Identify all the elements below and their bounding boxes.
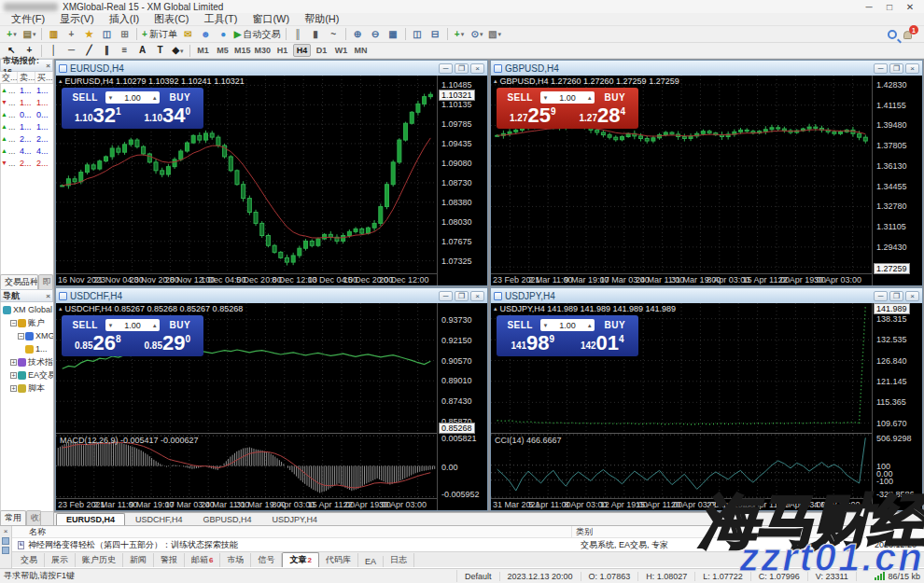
- chart-restore-button[interactable]: ❐: [455, 291, 469, 301]
- buy-price[interactable]: 1.10340: [134, 106, 202, 126]
- notifications-bell-icon[interactable]: 1: [903, 28, 916, 40]
- market-watch-row[interactable]: ▲...0...0...: [1, 108, 53, 120]
- terminal-doc-icon[interactable]: [2, 547, 9, 554]
- navigator-button[interactable]: ★: [81, 27, 97, 41]
- cascade-button[interactable]: ◫: [410, 27, 426, 41]
- volume-input[interactable]: ▼1.00▲: [105, 91, 159, 104]
- timeframe-M1[interactable]: M1: [194, 44, 212, 57]
- article-row[interactable]: 神经网络变得轻松（第四十五部分）：训练状态探索技能 交易系统, EA交易, 专家…: [12, 538, 924, 551]
- terminal-tab-交易[interactable]: 交易: [14, 553, 45, 567]
- terminal-tab-账户历史[interactable]: 账户历史: [76, 553, 123, 567]
- tree-expand-icon[interactable]: −: [10, 320, 17, 326]
- navigator-item[interactable]: −账户: [1, 316, 53, 329]
- chart-close-button[interactable]: ×: [470, 63, 484, 74]
- chart-window-titlebar[interactable]: EURUSD,H4─❐×: [56, 61, 487, 76]
- chart-window-gbpusd[interactable]: GBPUSD,H4─❐×▴GBPUSD,H4 1.27260 1.27260 1…: [490, 60, 923, 286]
- market-watch-close-icon[interactable]: ×: [46, 62, 50, 70]
- chart-tab-eurusd[interactable]: EURUSD,H4: [56, 513, 125, 525]
- sell-price[interactable]: 141989: [499, 334, 567, 354]
- website-button[interactable]: ●: [216, 27, 231, 41]
- auto-trading-button[interactable]: ▶自动交易: [233, 27, 282, 41]
- buy-price[interactable]: 0.85290: [134, 334, 202, 354]
- chart-tab-gbpusd[interactable]: GBPUSD,H4: [193, 513, 262, 525]
- volume-input[interactable]: ▼1.00▲: [540, 91, 594, 104]
- vertical-line-tool[interactable]: │: [46, 44, 62, 58]
- timeframe-D1[interactable]: D1: [313, 44, 330, 57]
- navigator-tab-1[interactable]: 收藏夹: [26, 510, 41, 525]
- volume-increase-icon[interactable]: ▲: [152, 323, 158, 328]
- terminal-tab-邮箱[interactable]: 邮箱6: [185, 553, 220, 567]
- bar-chart-button[interactable]: ║: [290, 27, 306, 41]
- periods-button[interactable]: ⊙▾: [469, 27, 485, 41]
- menu-F[interactable]: 文件(F): [4, 12, 52, 26]
- community-button[interactable]: ☻: [198, 27, 214, 41]
- market-watch-row[interactable]: ▼...2...2...: [1, 157, 53, 169]
- search-icon[interactable]: [888, 30, 897, 39]
- minimize-button[interactable]: ─: [859, 2, 879, 12]
- article-title[interactable]: 神经网络变得轻松（第四十五部分）：训练状态探索技能: [28, 539, 577, 551]
- terminal-tab-EA[interactable]: EA: [358, 556, 384, 567]
- buy-button[interactable]: BUY: [595, 320, 636, 330]
- tree-expand-icon[interactable]: −: [18, 333, 24, 340]
- dropdown-arrow-icon[interactable]: ▾: [33, 31, 36, 37]
- data-window-button[interactable]: +: [63, 27, 79, 41]
- terminal-doc-icon[interactable]: [2, 537, 9, 545]
- zoom-in-button[interactable]: ⊕: [350, 27, 366, 41]
- buy-price[interactable]: 142014: [569, 334, 637, 354]
- sell-button[interactable]: SELL: [499, 92, 540, 103]
- menu-V[interactable]: 显示(V): [52, 12, 102, 26]
- maximize-button[interactable]: □: [879, 2, 900, 12]
- dropdown-arrow-icon[interactable]: ▾: [461, 31, 465, 37]
- terminal-tab-日志[interactable]: 日志: [384, 553, 414, 567]
- timeframe-H4[interactable]: H4: [293, 44, 311, 57]
- chart-plot-area[interactable]: ▴USDJPY,H4 141.989 141.989 141.989 141.9…: [491, 303, 872, 510]
- menu-I[interactable]: 插入(I): [102, 12, 147, 26]
- one-click-trading-panel[interactable]: SELL▼1.00▲BUY141989142014: [497, 315, 638, 356]
- new-order-button[interactable]: +新订单: [141, 27, 178, 41]
- chart-plot-area[interactable]: ▴USDCHF,H4 0.85267 0.85268 0.85267 0.852…: [56, 303, 437, 510]
- market-watch-tab-0[interactable]: 交易品种: [0, 274, 38, 289]
- candlestick-chart-button[interactable]: ▮: [308, 27, 324, 41]
- label-tool[interactable]: T: [152, 44, 168, 58]
- one-click-trading-panel[interactable]: SELL▼1.00▲BUY1.272591.27284: [497, 88, 638, 129]
- timeframe-W1[interactable]: W1: [332, 44, 350, 57]
- buy-button[interactable]: BUY: [160, 92, 201, 103]
- chart-tab-usdchf[interactable]: USDCHF,H4: [125, 513, 193, 525]
- volume-decrease-icon[interactable]: ▼: [542, 95, 548, 101]
- terminal-tab-展示[interactable]: 展示: [45, 553, 76, 567]
- terminal-tab-警报[interactable]: 警报: [154, 553, 185, 567]
- chart-restore-button[interactable]: ❐: [455, 63, 469, 74]
- indicators-button[interactable]: +▾: [452, 27, 468, 41]
- chart-restore-button[interactable]: ❐: [889, 291, 903, 301]
- terminal-tab-代码库[interactable]: 代码库: [319, 553, 358, 567]
- sell-price[interactable]: 0.85268: [64, 334, 132, 354]
- collapse-arrow-icon[interactable]: ▴: [494, 305, 497, 312]
- tree-expand-icon[interactable]: +: [10, 385, 17, 392]
- market-watch-column[interactable]: 交...: [0, 72, 18, 83]
- menu-H[interactable]: 帮助(H): [297, 12, 346, 26]
- chart-minimize-button[interactable]: ─: [874, 291, 888, 301]
- pane-separator[interactable]: [56, 433, 437, 434]
- volume-input[interactable]: ▼1.00▲: [105, 319, 159, 331]
- market-watch-tab-1[interactable]: 即: [38, 274, 53, 289]
- chart-tab-usdjpy[interactable]: USDJPY,H4: [262, 513, 328, 525]
- column-category-header[interactable]: 类别: [572, 526, 924, 537]
- sell-button[interactable]: SELL: [499, 320, 540, 330]
- market-watch-row[interactable]: ▲...4...4...: [1, 145, 53, 157]
- navigator-item[interactable]: +脚本: [1, 382, 53, 395]
- collapse-arrow-icon[interactable]: ▴: [59, 77, 63, 85]
- new-chart-button[interactable]: +▾: [4, 27, 20, 41]
- navigator-item[interactable]: +技术指标: [1, 355, 53, 368]
- buy-button[interactable]: BUY: [160, 320, 201, 330]
- volume-decrease-icon[interactable]: ▼: [107, 323, 113, 328]
- zoom-out-button[interactable]: ⊖: [368, 27, 384, 41]
- dropdown-arrow-icon[interactable]: ▾: [13, 31, 17, 37]
- buy-button[interactable]: BUY: [595, 92, 636, 103]
- strategy-tester-button[interactable]: ⊞: [117, 27, 133, 41]
- timeframe-M15[interactable]: M15: [233, 44, 252, 57]
- profiles-button[interactable]: ▤▾: [21, 27, 37, 41]
- menu-W[interactable]: 窗口(W): [245, 12, 297, 26]
- chart-minimize-button[interactable]: ─: [439, 63, 453, 74]
- terminal-close-icon[interactable]: ×: [4, 527, 8, 535]
- menu-C[interactable]: 图表(C): [147, 12, 196, 26]
